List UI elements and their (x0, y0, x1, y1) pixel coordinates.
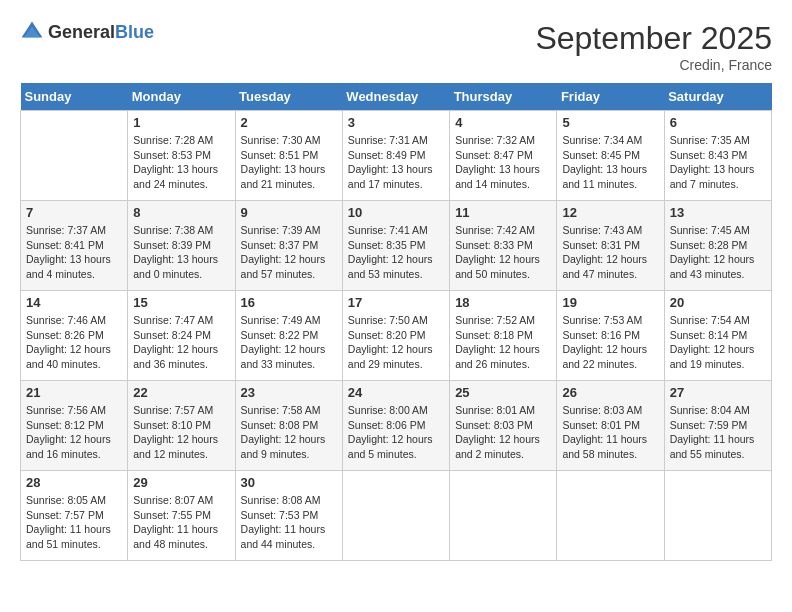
day-info: Sunrise: 7:34 AMSunset: 8:45 PMDaylight:… (562, 133, 658, 192)
day-info: Sunrise: 8:01 AMSunset: 8:03 PMDaylight:… (455, 403, 551, 462)
day-of-week-header: Wednesday (342, 83, 449, 111)
day-number: 1 (133, 115, 229, 130)
calendar-cell: 25Sunrise: 8:01 AMSunset: 8:03 PMDayligh… (450, 381, 557, 471)
month-title: September 2025 (535, 20, 772, 57)
day-number: 18 (455, 295, 551, 310)
day-info: Sunrise: 7:38 AMSunset: 8:39 PMDaylight:… (133, 223, 229, 282)
day-info: Sunrise: 7:47 AMSunset: 8:24 PMDaylight:… (133, 313, 229, 372)
calendar-cell: 2Sunrise: 7:30 AMSunset: 8:51 PMDaylight… (235, 111, 342, 201)
calendar-cell: 10Sunrise: 7:41 AMSunset: 8:35 PMDayligh… (342, 201, 449, 291)
calendar-cell: 20Sunrise: 7:54 AMSunset: 8:14 PMDayligh… (664, 291, 771, 381)
day-info: Sunrise: 7:41 AMSunset: 8:35 PMDaylight:… (348, 223, 444, 282)
day-number: 28 (26, 475, 122, 490)
calendar-cell: 8Sunrise: 7:38 AMSunset: 8:39 PMDaylight… (128, 201, 235, 291)
day-of-week-header: Saturday (664, 83, 771, 111)
day-info: Sunrise: 8:05 AMSunset: 7:57 PMDaylight:… (26, 493, 122, 552)
day-info: Sunrise: 7:57 AMSunset: 8:10 PMDaylight:… (133, 403, 229, 462)
day-number: 19 (562, 295, 658, 310)
day-info: Sunrise: 7:31 AMSunset: 8:49 PMDaylight:… (348, 133, 444, 192)
day-number: 8 (133, 205, 229, 220)
calendar-cell (21, 111, 128, 201)
day-info: Sunrise: 7:56 AMSunset: 8:12 PMDaylight:… (26, 403, 122, 462)
day-number: 16 (241, 295, 337, 310)
calendar-week-row: 7Sunrise: 7:37 AMSunset: 8:41 PMDaylight… (21, 201, 772, 291)
calendar-cell: 21Sunrise: 7:56 AMSunset: 8:12 PMDayligh… (21, 381, 128, 471)
day-number: 25 (455, 385, 551, 400)
day-info: Sunrise: 8:08 AMSunset: 7:53 PMDaylight:… (241, 493, 337, 552)
day-info: Sunrise: 7:32 AMSunset: 8:47 PMDaylight:… (455, 133, 551, 192)
day-number: 15 (133, 295, 229, 310)
day-number: 13 (670, 205, 766, 220)
calendar-cell: 15Sunrise: 7:47 AMSunset: 8:24 PMDayligh… (128, 291, 235, 381)
day-number: 20 (670, 295, 766, 310)
day-number: 5 (562, 115, 658, 130)
location-subtitle: Credin, France (535, 57, 772, 73)
day-number: 22 (133, 385, 229, 400)
calendar-table: SundayMondayTuesdayWednesdayThursdayFrid… (20, 83, 772, 561)
calendar-cell: 29Sunrise: 8:07 AMSunset: 7:55 PMDayligh… (128, 471, 235, 561)
title-block: September 2025 Credin, France (535, 20, 772, 73)
day-number: 26 (562, 385, 658, 400)
calendar-week-row: 28Sunrise: 8:05 AMSunset: 7:57 PMDayligh… (21, 471, 772, 561)
day-number: 30 (241, 475, 337, 490)
logo-text-blue: Blue (115, 23, 154, 41)
day-info: Sunrise: 7:52 AMSunset: 8:18 PMDaylight:… (455, 313, 551, 372)
day-number: 21 (26, 385, 122, 400)
day-of-week-header: Sunday (21, 83, 128, 111)
day-info: Sunrise: 8:07 AMSunset: 7:55 PMDaylight:… (133, 493, 229, 552)
calendar-cell: 30Sunrise: 8:08 AMSunset: 7:53 PMDayligh… (235, 471, 342, 561)
day-info: Sunrise: 7:30 AMSunset: 8:51 PMDaylight:… (241, 133, 337, 192)
page-header: GeneralBlue September 2025 Credin, Franc… (20, 20, 772, 73)
calendar-cell: 3Sunrise: 7:31 AMSunset: 8:49 PMDaylight… (342, 111, 449, 201)
calendar-cell: 26Sunrise: 8:03 AMSunset: 8:01 PMDayligh… (557, 381, 664, 471)
day-number: 12 (562, 205, 658, 220)
day-of-week-header: Thursday (450, 83, 557, 111)
calendar-cell: 1Sunrise: 7:28 AMSunset: 8:53 PMDaylight… (128, 111, 235, 201)
calendar-cell: 24Sunrise: 8:00 AMSunset: 8:06 PMDayligh… (342, 381, 449, 471)
day-number: 29 (133, 475, 229, 490)
day-info: Sunrise: 7:37 AMSunset: 8:41 PMDaylight:… (26, 223, 122, 282)
calendar-cell: 5Sunrise: 7:34 AMSunset: 8:45 PMDaylight… (557, 111, 664, 201)
day-number: 4 (455, 115, 551, 130)
day-info: Sunrise: 8:03 AMSunset: 8:01 PMDaylight:… (562, 403, 658, 462)
logo-text-general: General (48, 23, 115, 41)
day-info: Sunrise: 8:00 AMSunset: 8:06 PMDaylight:… (348, 403, 444, 462)
calendar-cell: 14Sunrise: 7:46 AMSunset: 8:26 PMDayligh… (21, 291, 128, 381)
day-number: 6 (670, 115, 766, 130)
day-of-week-header: Tuesday (235, 83, 342, 111)
header-row: SundayMondayTuesdayWednesdayThursdayFrid… (21, 83, 772, 111)
day-info: Sunrise: 7:42 AMSunset: 8:33 PMDaylight:… (455, 223, 551, 282)
calendar-cell (342, 471, 449, 561)
day-number: 7 (26, 205, 122, 220)
calendar-cell: 9Sunrise: 7:39 AMSunset: 8:37 PMDaylight… (235, 201, 342, 291)
day-number: 27 (670, 385, 766, 400)
day-info: Sunrise: 7:46 AMSunset: 8:26 PMDaylight:… (26, 313, 122, 372)
calendar-cell: 23Sunrise: 7:58 AMSunset: 8:08 PMDayligh… (235, 381, 342, 471)
day-info: Sunrise: 7:43 AMSunset: 8:31 PMDaylight:… (562, 223, 658, 282)
day-info: Sunrise: 7:45 AMSunset: 8:28 PMDaylight:… (670, 223, 766, 282)
day-number: 14 (26, 295, 122, 310)
day-info: Sunrise: 7:58 AMSunset: 8:08 PMDaylight:… (241, 403, 337, 462)
day-number: 2 (241, 115, 337, 130)
day-info: Sunrise: 7:28 AMSunset: 8:53 PMDaylight:… (133, 133, 229, 192)
day-number: 23 (241, 385, 337, 400)
day-number: 9 (241, 205, 337, 220)
day-info: Sunrise: 8:04 AMSunset: 7:59 PMDaylight:… (670, 403, 766, 462)
calendar-cell: 6Sunrise: 7:35 AMSunset: 8:43 PMDaylight… (664, 111, 771, 201)
calendar-cell: 27Sunrise: 8:04 AMSunset: 7:59 PMDayligh… (664, 381, 771, 471)
calendar-cell (557, 471, 664, 561)
day-info: Sunrise: 7:49 AMSunset: 8:22 PMDaylight:… (241, 313, 337, 372)
calendar-cell (664, 471, 771, 561)
calendar-cell: 12Sunrise: 7:43 AMSunset: 8:31 PMDayligh… (557, 201, 664, 291)
calendar-cell: 17Sunrise: 7:50 AMSunset: 8:20 PMDayligh… (342, 291, 449, 381)
calendar-week-row: 14Sunrise: 7:46 AMSunset: 8:26 PMDayligh… (21, 291, 772, 381)
day-info: Sunrise: 7:35 AMSunset: 8:43 PMDaylight:… (670, 133, 766, 192)
calendar-week-row: 21Sunrise: 7:56 AMSunset: 8:12 PMDayligh… (21, 381, 772, 471)
logo-icon (20, 20, 44, 44)
calendar-cell (450, 471, 557, 561)
day-info: Sunrise: 7:50 AMSunset: 8:20 PMDaylight:… (348, 313, 444, 372)
day-info: Sunrise: 7:53 AMSunset: 8:16 PMDaylight:… (562, 313, 658, 372)
calendar-cell: 28Sunrise: 8:05 AMSunset: 7:57 PMDayligh… (21, 471, 128, 561)
logo: GeneralBlue (20, 20, 154, 44)
calendar-cell: 22Sunrise: 7:57 AMSunset: 8:10 PMDayligh… (128, 381, 235, 471)
